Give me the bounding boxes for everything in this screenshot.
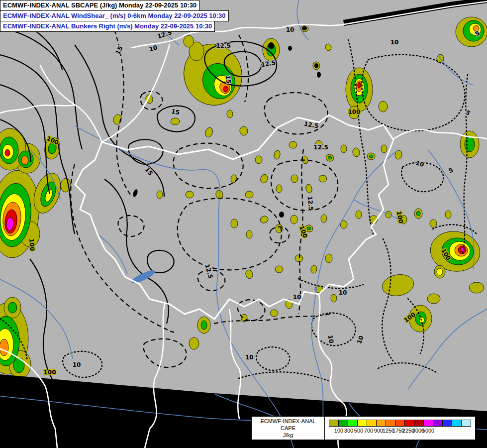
contour-label: 100 [43,369,56,376]
legend-colorbar-panel: 10030050070090012501750225030005000 [325,417,475,440]
cape-blob [245,191,253,198]
cape-blob [289,141,297,148]
contour-label: 10 [286,26,294,33]
cape-blob [331,294,337,302]
cape-blob [461,247,465,251]
legend-color-cell [348,420,358,427]
cape-blob [341,145,347,153]
cape-blob [275,266,283,273]
cape-blob [465,137,475,152]
cape-blob [201,321,207,330]
cape-blob [171,118,180,125]
title-bar-sbcape: ECMWF-INDEX-ANAL SBCAPE (J/kg) Monday 22… [0,0,199,11]
cape-blob [184,35,194,47]
cape-blob [227,110,233,118]
legend-model-name: ECMWF-INDEX-ANAL [253,418,323,424]
contour-label: 15 [171,108,180,116]
contour-label: 10 [339,289,347,296]
legend-color-cell [395,420,405,427]
cape-blob [231,219,238,228]
legend-color-cell [338,420,348,427]
cape-blob [291,215,297,224]
cape-blob [223,86,228,92]
legend-tick-label: 500 [354,428,363,434]
contour-label: 12.5 [306,196,315,211]
contour-label: 12.5 [216,42,231,49]
cape-blob [469,282,484,293]
cape-blob [379,101,388,112]
legend-color-cell [423,420,433,427]
cape-blob [381,145,387,153]
weather-map-screenshot: 1512.51012.5105151512.512.510010051012.5… [0,0,487,448]
contour-label: 15 [224,75,232,84]
cape-blob [186,191,194,198]
cape-blob [21,156,28,165]
cape-blob [276,185,282,193]
title-bar-bunkers-right: ECMWF-INDEX-ANAL Bunkers Right (m/s) Mon… [0,21,215,32]
contour-label: 12.5 [313,144,328,151]
legend-color-cell [376,420,386,427]
legend-color-cell [386,420,395,427]
contour-label: 10 [293,294,301,301]
cape-blob [231,175,237,183]
cape-blob [416,211,420,216]
contour-label: 100 [28,238,36,251]
map-canvas: 1512.51012.5105151512.512.510010051012.5… [0,0,487,448]
cape-blob [0,339,8,356]
cape-blob [328,156,332,159]
cape-blob [356,211,362,219]
legend-tick-label: 700 [364,428,373,434]
title-stack: ECMWF-INDEX-ANAL SBCAPE (J/kg) Monday 22… [0,0,229,32]
legend-color-cell [367,420,377,427]
legend-color-cell [442,420,452,427]
contour-label: 10 [390,39,399,46]
cape-blob [5,149,10,156]
cape-blob [8,302,17,313]
legend-tick-label: 5000 [422,428,434,434]
contour-label: 10 [327,335,335,344]
legend-tick-label: 100 [334,428,343,434]
cape-blob [246,230,252,238]
cape-blob [437,268,443,275]
cape-blob [270,310,278,317]
legend-color-cell [329,420,339,427]
cape-blob [430,220,437,227]
legend-color-cell [404,420,414,427]
contour-label: 100 [348,109,360,115]
cape-blob [157,191,163,199]
contour-label: 10 [245,354,254,361]
cape-blob [295,255,303,262]
cape-blob [427,294,440,304]
legend-tick-labels: 10030050070090012501750225030005000 [329,428,471,435]
cape-blob [255,156,262,164]
cape-blob [445,211,451,219]
cape-blob [325,44,331,51]
cape-blob [369,155,373,158]
legend-color-cell [461,420,471,427]
legend-color-cell [452,420,462,427]
legend-title-panel: ECMWF-INDEX-ANAL CAPE J/kg [252,417,325,440]
legend-color-cell [357,420,367,427]
cape-blob [307,227,311,230]
cape-blob [358,82,361,88]
legend-unit: J/kg [253,432,323,438]
cape-legend: ECMWF-INDEX-ANAL CAPE J/kg 1003005007009… [251,416,476,440]
cape-blob [291,175,298,183]
title-bar-windshear: ECMWF-INDEX-ANAL WindShear_ (m/s) 0-6km … [0,10,229,21]
contour-label: 10 [73,361,81,368]
legend-tick-label: 900 [374,428,383,434]
legend-color-cell [414,420,424,427]
cape-blob [319,175,327,182]
legend-parameter-name: CAPE [253,425,323,431]
cape-blob [325,254,332,263]
legend-tick-label: 300 [344,428,353,434]
cape-blob [321,215,327,223]
cape-blob [189,337,199,349]
legend-colorbar [329,420,471,427]
legend-color-cell [433,420,443,427]
